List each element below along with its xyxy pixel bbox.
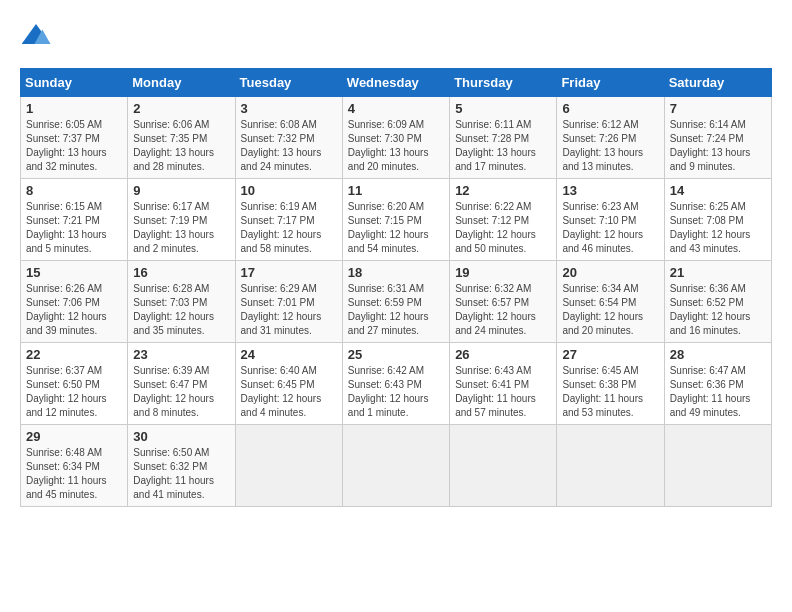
- day-number: 8: [26, 183, 122, 198]
- col-header-wednesday: Wednesday: [342, 69, 449, 97]
- calendar-cell: 19Sunrise: 6:32 AM Sunset: 6:57 PM Dayli…: [450, 261, 557, 343]
- calendar-cell: 8Sunrise: 6:15 AM Sunset: 7:21 PM Daylig…: [21, 179, 128, 261]
- day-number: 1: [26, 101, 122, 116]
- day-detail: Sunrise: 6:17 AM Sunset: 7:19 PM Dayligh…: [133, 200, 229, 256]
- calendar-cell: 12Sunrise: 6:22 AM Sunset: 7:12 PM Dayli…: [450, 179, 557, 261]
- day-detail: Sunrise: 6:08 AM Sunset: 7:32 PM Dayligh…: [241, 118, 337, 174]
- day-detail: Sunrise: 6:09 AM Sunset: 7:30 PM Dayligh…: [348, 118, 444, 174]
- day-number: 25: [348, 347, 444, 362]
- calendar-cell: 14Sunrise: 6:25 AM Sunset: 7:08 PM Dayli…: [664, 179, 771, 261]
- day-number: 11: [348, 183, 444, 198]
- calendar-cell: 11Sunrise: 6:20 AM Sunset: 7:15 PM Dayli…: [342, 179, 449, 261]
- day-number: 27: [562, 347, 658, 362]
- day-number: 23: [133, 347, 229, 362]
- calendar-cell: [235, 425, 342, 507]
- day-number: 3: [241, 101, 337, 116]
- day-detail: Sunrise: 6:47 AM Sunset: 6:36 PM Dayligh…: [670, 364, 766, 420]
- calendar-cell: 23Sunrise: 6:39 AM Sunset: 6:47 PM Dayli…: [128, 343, 235, 425]
- day-detail: Sunrise: 6:06 AM Sunset: 7:35 PM Dayligh…: [133, 118, 229, 174]
- calendar-cell: 25Sunrise: 6:42 AM Sunset: 6:43 PM Dayli…: [342, 343, 449, 425]
- calendar-cell: 26Sunrise: 6:43 AM Sunset: 6:41 PM Dayli…: [450, 343, 557, 425]
- calendar-cell: 30Sunrise: 6:50 AM Sunset: 6:32 PM Dayli…: [128, 425, 235, 507]
- calendar-cell: 18Sunrise: 6:31 AM Sunset: 6:59 PM Dayli…: [342, 261, 449, 343]
- calendar-week-row: 1Sunrise: 6:05 AM Sunset: 7:37 PM Daylig…: [21, 97, 772, 179]
- day-detail: Sunrise: 6:40 AM Sunset: 6:45 PM Dayligh…: [241, 364, 337, 420]
- page-header: [20, 20, 772, 52]
- day-detail: Sunrise: 6:42 AM Sunset: 6:43 PM Dayligh…: [348, 364, 444, 420]
- day-number: 28: [670, 347, 766, 362]
- day-number: 22: [26, 347, 122, 362]
- day-detail: Sunrise: 6:43 AM Sunset: 6:41 PM Dayligh…: [455, 364, 551, 420]
- calendar-cell: [557, 425, 664, 507]
- day-detail: Sunrise: 6:48 AM Sunset: 6:34 PM Dayligh…: [26, 446, 122, 502]
- day-number: 24: [241, 347, 337, 362]
- day-number: 21: [670, 265, 766, 280]
- day-number: 20: [562, 265, 658, 280]
- calendar-week-row: 8Sunrise: 6:15 AM Sunset: 7:21 PM Daylig…: [21, 179, 772, 261]
- day-number: 14: [670, 183, 766, 198]
- col-header-saturday: Saturday: [664, 69, 771, 97]
- calendar-cell: [664, 425, 771, 507]
- calendar-cell: 5Sunrise: 6:11 AM Sunset: 7:28 PM Daylig…: [450, 97, 557, 179]
- calendar-cell: 3Sunrise: 6:08 AM Sunset: 7:32 PM Daylig…: [235, 97, 342, 179]
- calendar-week-row: 22Sunrise: 6:37 AM Sunset: 6:50 PM Dayli…: [21, 343, 772, 425]
- day-number: 30: [133, 429, 229, 444]
- col-header-thursday: Thursday: [450, 69, 557, 97]
- calendar-table: SundayMondayTuesdayWednesdayThursdayFrid…: [20, 68, 772, 507]
- day-detail: Sunrise: 6:26 AM Sunset: 7:06 PM Dayligh…: [26, 282, 122, 338]
- day-detail: Sunrise: 6:19 AM Sunset: 7:17 PM Dayligh…: [241, 200, 337, 256]
- calendar-cell: 10Sunrise: 6:19 AM Sunset: 7:17 PM Dayli…: [235, 179, 342, 261]
- day-number: 19: [455, 265, 551, 280]
- calendar-cell: 6Sunrise: 6:12 AM Sunset: 7:26 PM Daylig…: [557, 97, 664, 179]
- day-number: 16: [133, 265, 229, 280]
- day-number: 4: [348, 101, 444, 116]
- day-detail: Sunrise: 6:50 AM Sunset: 6:32 PM Dayligh…: [133, 446, 229, 502]
- day-detail: Sunrise: 6:45 AM Sunset: 6:38 PM Dayligh…: [562, 364, 658, 420]
- day-detail: Sunrise: 6:14 AM Sunset: 7:24 PM Dayligh…: [670, 118, 766, 174]
- day-detail: Sunrise: 6:37 AM Sunset: 6:50 PM Dayligh…: [26, 364, 122, 420]
- calendar-header-row: SundayMondayTuesdayWednesdayThursdayFrid…: [21, 69, 772, 97]
- calendar-cell: [342, 425, 449, 507]
- day-number: 5: [455, 101, 551, 116]
- day-detail: Sunrise: 6:34 AM Sunset: 6:54 PM Dayligh…: [562, 282, 658, 338]
- calendar-cell: [450, 425, 557, 507]
- day-detail: Sunrise: 6:32 AM Sunset: 6:57 PM Dayligh…: [455, 282, 551, 338]
- calendar-cell: 7Sunrise: 6:14 AM Sunset: 7:24 PM Daylig…: [664, 97, 771, 179]
- calendar-cell: 2Sunrise: 6:06 AM Sunset: 7:35 PM Daylig…: [128, 97, 235, 179]
- day-detail: Sunrise: 6:20 AM Sunset: 7:15 PM Dayligh…: [348, 200, 444, 256]
- day-number: 12: [455, 183, 551, 198]
- day-detail: Sunrise: 6:28 AM Sunset: 7:03 PM Dayligh…: [133, 282, 229, 338]
- day-detail: Sunrise: 6:15 AM Sunset: 7:21 PM Dayligh…: [26, 200, 122, 256]
- logo-icon: [20, 20, 52, 52]
- calendar-cell: 24Sunrise: 6:40 AM Sunset: 6:45 PM Dayli…: [235, 343, 342, 425]
- col-header-sunday: Sunday: [21, 69, 128, 97]
- day-detail: Sunrise: 6:29 AM Sunset: 7:01 PM Dayligh…: [241, 282, 337, 338]
- calendar-cell: 4Sunrise: 6:09 AM Sunset: 7:30 PM Daylig…: [342, 97, 449, 179]
- calendar-cell: 29Sunrise: 6:48 AM Sunset: 6:34 PM Dayli…: [21, 425, 128, 507]
- calendar-cell: 17Sunrise: 6:29 AM Sunset: 7:01 PM Dayli…: [235, 261, 342, 343]
- day-number: 6: [562, 101, 658, 116]
- calendar-cell: 27Sunrise: 6:45 AM Sunset: 6:38 PM Dayli…: [557, 343, 664, 425]
- day-number: 13: [562, 183, 658, 198]
- day-detail: Sunrise: 6:11 AM Sunset: 7:28 PM Dayligh…: [455, 118, 551, 174]
- day-detail: Sunrise: 6:05 AM Sunset: 7:37 PM Dayligh…: [26, 118, 122, 174]
- calendar-cell: 13Sunrise: 6:23 AM Sunset: 7:10 PM Dayli…: [557, 179, 664, 261]
- day-number: 7: [670, 101, 766, 116]
- day-detail: Sunrise: 6:36 AM Sunset: 6:52 PM Dayligh…: [670, 282, 766, 338]
- calendar-cell: 22Sunrise: 6:37 AM Sunset: 6:50 PM Dayli…: [21, 343, 128, 425]
- col-header-monday: Monday: [128, 69, 235, 97]
- calendar-week-row: 15Sunrise: 6:26 AM Sunset: 7:06 PM Dayli…: [21, 261, 772, 343]
- day-number: 26: [455, 347, 551, 362]
- day-detail: Sunrise: 6:25 AM Sunset: 7:08 PM Dayligh…: [670, 200, 766, 256]
- calendar-cell: 28Sunrise: 6:47 AM Sunset: 6:36 PM Dayli…: [664, 343, 771, 425]
- calendar-cell: 21Sunrise: 6:36 AM Sunset: 6:52 PM Dayli…: [664, 261, 771, 343]
- day-number: 2: [133, 101, 229, 116]
- calendar-cell: 15Sunrise: 6:26 AM Sunset: 7:06 PM Dayli…: [21, 261, 128, 343]
- day-detail: Sunrise: 6:23 AM Sunset: 7:10 PM Dayligh…: [562, 200, 658, 256]
- day-number: 18: [348, 265, 444, 280]
- day-detail: Sunrise: 6:22 AM Sunset: 7:12 PM Dayligh…: [455, 200, 551, 256]
- day-detail: Sunrise: 6:39 AM Sunset: 6:47 PM Dayligh…: [133, 364, 229, 420]
- calendar-cell: 9Sunrise: 6:17 AM Sunset: 7:19 PM Daylig…: [128, 179, 235, 261]
- day-number: 29: [26, 429, 122, 444]
- day-detail: Sunrise: 6:31 AM Sunset: 6:59 PM Dayligh…: [348, 282, 444, 338]
